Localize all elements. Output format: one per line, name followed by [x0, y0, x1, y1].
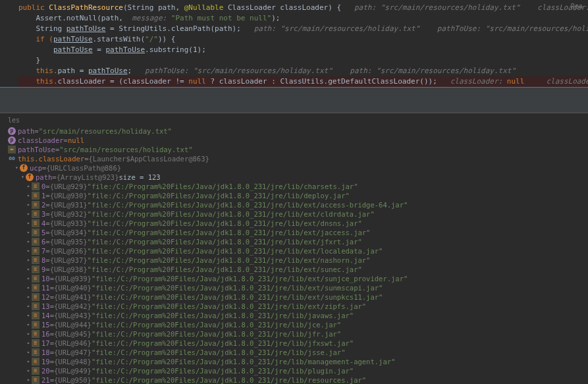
- array-item[interactable]: ▸≡18 = {URL@947} "file:/C:/Program%20Fil…: [8, 348, 580, 357]
- element-icon: ≡: [32, 182, 40, 190]
- element-icon: ≡: [32, 192, 40, 200]
- element-icon: ≡: [32, 376, 40, 384]
- watch-icon: oo: [8, 155, 16, 163]
- expand-icon[interactable]: ▸: [26, 209, 32, 219]
- element-icon: ≡: [32, 247, 40, 255]
- array-item[interactable]: ▸≡6 = {URL@935} "file:/C:/Program%20File…: [8, 237, 580, 246]
- array-item[interactable]: ▸≡2 = {URL@931} "file:/C:/Program%20File…: [8, 200, 580, 209]
- field-icon: f: [20, 164, 28, 172]
- execution-line: this.classLoader = (classLoader != null …: [18, 76, 588, 87]
- pane-separator[interactable]: [0, 87, 588, 113]
- element-icon: ≡: [32, 284, 40, 292]
- code-line: Assert.notNull(path, message: "Path must…: [18, 13, 588, 24]
- expand-icon[interactable]: ▸: [26, 339, 32, 348]
- code-line: this.path = pathToUse; pathToUse: "src/m…: [18, 66, 588, 76]
- array-item[interactable]: ▸≡0 = {URL@929} "file:/C:/Program%20File…: [8, 182, 580, 191]
- array-item[interactable]: ▸≡11 = {URL@940} "file:/C:/Program%20Fil…: [8, 283, 580, 292]
- corner-label: Rea: [571, 1, 583, 12]
- array-item[interactable]: ▸≡20 = {URL@949} "file:/C:/Program%20Fil…: [8, 366, 580, 375]
- expand-icon[interactable]: ▸: [26, 283, 32, 292]
- element-icon: ≡: [32, 312, 40, 319]
- element-icon: ≡: [32, 293, 40, 301]
- code-line: pathToUse = pathToUse.substring(1);: [18, 45, 588, 55]
- element-icon: ≡: [32, 339, 40, 347]
- expand-icon[interactable]: ▸: [26, 311, 32, 320]
- element-icon: ≡: [32, 367, 40, 375]
- expand-icon[interactable]: ▸: [26, 246, 32, 256]
- element-icon: ≡: [32, 201, 40, 209]
- array-item[interactable]: ▸≡17 = {URL@946} "file:/C:/Program%20Fil…: [8, 339, 580, 348]
- array-item[interactable]: ▸≡1 = {URL@930} "file:/C:/Program%20File…: [8, 191, 580, 200]
- expand-icon[interactable]: ▸: [26, 366, 32, 375]
- expand-icon[interactable]: ▸: [26, 228, 32, 237]
- array-item[interactable]: ▸≡19 = {URL@948} "file:/C:/Program%20Fil…: [8, 357, 580, 366]
- expand-icon[interactable]: ▸: [26, 357, 32, 366]
- code-line: public ClassPathResource(String path, @N…: [18, 3, 588, 13]
- expand-icon[interactable]: ▸: [26, 348, 32, 357]
- expand-icon[interactable]: ▸: [26, 265, 32, 274]
- expand-icon[interactable]: ▸: [26, 292, 32, 302]
- array-item[interactable]: ▸≡3 = {URL@932} "file:/C:/Program%20File…: [8, 209, 580, 219]
- array-item[interactable]: ▸≡13 = {URL@942} "file:/C:/Program%20Fil…: [8, 302, 580, 311]
- element-icon: ≡: [32, 229, 40, 236]
- code-line: if (pathToUse.startsWith("/")) {: [18, 34, 588, 45]
- array-item[interactable]: ▸≡21 = {URL@950} "file:/C:/Program%20Fil…: [8, 375, 580, 384]
- array-item[interactable]: ▸≡7 = {URL@936} "file:/C:/Program%20File…: [8, 246, 580, 256]
- param-icon: p: [8, 127, 16, 135]
- element-icon: ≡: [32, 275, 40, 283]
- element-icon: ≡: [32, 210, 40, 218]
- element-icon: ≡: [32, 302, 40, 310]
- array-item[interactable]: ▸≡10 = {URL@939} "file:/C:/Program%20Fil…: [8, 274, 580, 283]
- array-item[interactable]: ▸≡16 = {URL@945} "file:/C:/Program%20Fil…: [8, 329, 580, 339]
- element-icon: ≡: [32, 256, 40, 264]
- param-icon: p: [8, 136, 16, 144]
- array-item[interactable]: ▸≡15 = {URL@944} "file:/C:/Program%20Fil…: [8, 320, 580, 329]
- variables-title: les: [8, 116, 580, 125]
- array-item[interactable]: ▸≡5 = {URL@934} "file:/C:/Program%20File…: [8, 228, 580, 237]
- element-icon: ≡: [32, 265, 40, 273]
- element-icon: ≡: [32, 219, 40, 227]
- expand-icon[interactable]: ▸: [26, 256, 32, 265]
- var-icon: ▬: [8, 146, 16, 153]
- expand-icon[interactable]: ▸: [26, 182, 32, 191]
- code-line: }: [18, 55, 588, 66]
- var-row[interactable]: ppath = "src/main/resources/holiday.txt": [8, 126, 580, 136]
- element-icon: ≡: [32, 321, 40, 329]
- expand-icon[interactable]: ▸: [26, 375, 32, 384]
- code-editor[interactable]: Rea public ClassPathResource(String path…: [0, 0, 588, 87]
- expand-icon[interactable]: ▸: [26, 274, 32, 283]
- expand-icon[interactable]: ▸: [26, 200, 32, 209]
- array-item[interactable]: ▸≡14 = {URL@943} "file:/C:/Program%20Fil…: [8, 311, 580, 320]
- var-row[interactable]: pclassLoader = null: [8, 136, 580, 145]
- array-item[interactable]: ▸≡12 = {URL@941} "file:/C:/Program%20Fil…: [8, 292, 580, 302]
- expand-icon[interactable]: ▸: [26, 320, 32, 329]
- collapse-icon[interactable]: ▾: [20, 173, 26, 182]
- collapse-icon[interactable]: ▾: [14, 163, 20, 173]
- array-item[interactable]: ▸≡4 = {URL@933} "file:/C:/Program%20File…: [8, 219, 580, 228]
- element-icon: ≡: [32, 330, 40, 338]
- array-item[interactable]: ▸≡9 = {URL@938} "file:/C:/Program%20File…: [8, 265, 580, 274]
- expand-icon[interactable]: ▸: [26, 237, 32, 246]
- expand-icon[interactable]: ▸: [26, 219, 32, 228]
- expand-icon[interactable]: ▸: [26, 302, 32, 311]
- var-row[interactable]: ▾fucp = {URLClassPath@886}: [8, 163, 580, 173]
- array-item[interactable]: ▸≡8 = {URL@937} "file:/C:/Program%20File…: [8, 256, 580, 265]
- element-icon: ≡: [32, 238, 40, 246]
- var-row[interactable]: oothis.classLoader = {Launcher$AppClassL…: [8, 154, 580, 163]
- variables-panel[interactable]: les ppath = "src/main/resources/holiday.…: [0, 113, 588, 384]
- expand-icon[interactable]: ▸: [26, 329, 32, 339]
- expand-icon[interactable]: ▸: [26, 191, 32, 200]
- var-row[interactable]: ▬pathToUse = "src/main/resources/holiday…: [8, 145, 580, 154]
- field-icon: f: [26, 173, 34, 181]
- element-icon: ≡: [32, 358, 40, 366]
- var-row[interactable]: ▾fpath = {ArrayList@923} size = 123: [8, 173, 580, 182]
- element-icon: ≡: [32, 348, 40, 356]
- code-line: String pathToUse = StringUtils.cleanPath…: [18, 24, 588, 34]
